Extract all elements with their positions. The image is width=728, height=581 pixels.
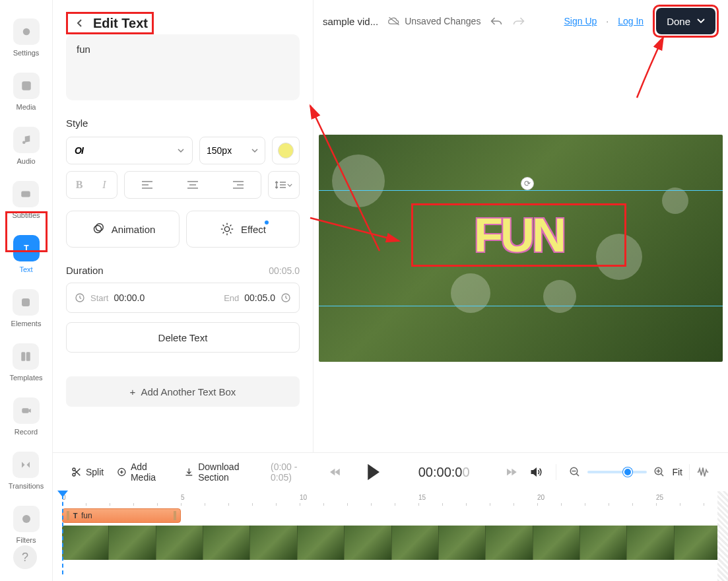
text-overlay[interactable]: FUN bbox=[411, 203, 626, 267]
sidebar-item-label: Filters bbox=[17, 536, 36, 544]
transitions-icon bbox=[13, 452, 39, 478]
done-button[interactable]: Done bbox=[656, 8, 715, 34]
font-size-select[interactable]: 150px bbox=[199, 137, 265, 164]
timeline-ruler[interactable]: 0 5 10 15 20 25 bbox=[62, 491, 728, 507]
font-family-select[interactable]: OI bbox=[66, 137, 193, 164]
undo-button[interactable] bbox=[490, 17, 503, 26]
unsaved-status: Unsaved Changes bbox=[387, 16, 480, 26]
color-swatch-icon bbox=[278, 143, 294, 158]
timeline-toolbar: Split Add Media Download Section(0:00 - … bbox=[53, 453, 728, 491]
split-button[interactable]: Split bbox=[71, 467, 104, 477]
templates-icon bbox=[13, 343, 39, 370]
animation-button[interactable]: Animation bbox=[66, 211, 180, 248]
svg-point-0 bbox=[22, 28, 30, 36]
split-label: Split bbox=[86, 467, 104, 477]
effect-button[interactable]: Effect bbox=[186, 211, 300, 248]
font-size-label: 150px bbox=[207, 145, 232, 156]
download-label: Download Section bbox=[198, 461, 267, 483]
zoom-out-button[interactable] bbox=[569, 466, 581, 478]
playhead[interactable] bbox=[62, 491, 63, 581]
text-clip[interactable]: T fun bbox=[62, 508, 181, 523]
zoom-in-button[interactable] bbox=[653, 466, 665, 478]
slider-thumb[interactable] bbox=[623, 467, 632, 477]
chevron-down-icon bbox=[697, 18, 705, 24]
sidebar-item-templates[interactable]: Templates bbox=[9, 343, 42, 382]
svg-line-47 bbox=[577, 473, 579, 476]
signup-link[interactable]: Sign Up bbox=[564, 16, 597, 26]
sidebar-item-subtitles[interactable]: Subtitles bbox=[12, 181, 40, 219]
text-icon: T bbox=[72, 512, 79, 520]
volume-button[interactable] bbox=[530, 466, 542, 478]
left-sidebar: Settings Media Audio Subtitles T Text El… bbox=[0, 0, 53, 581]
annotation-arrow bbox=[630, 32, 670, 104]
duration-total: 00:05.0 bbox=[269, 265, 300, 276]
done-label: Done bbox=[667, 16, 690, 27]
fit-button[interactable]: Fit bbox=[672, 467, 682, 477]
plus-icon: + bbox=[130, 386, 136, 397]
italic-button[interactable]: I bbox=[92, 172, 117, 198]
sidebar-item-elements[interactable]: Elements bbox=[11, 289, 42, 327]
annotation-highlight: Done bbox=[653, 5, 719, 38]
bold-italic-group: B I bbox=[66, 171, 117, 199]
back-button[interactable] bbox=[72, 15, 88, 31]
forward-button[interactable] bbox=[507, 468, 517, 476]
rotate-handle[interactable]: ⟳ bbox=[521, 177, 534, 190]
clip-handle-right[interactable] bbox=[174, 511, 176, 520]
add-text-box-button[interactable]: + Add Another Text Box bbox=[66, 376, 300, 407]
zoom-slider[interactable] bbox=[587, 471, 647, 473]
add-media-button[interactable]: Add Media bbox=[117, 461, 171, 483]
overlay-text: FUN bbox=[474, 208, 564, 262]
ruler-mark: 10 bbox=[300, 494, 307, 501]
scissors-icon bbox=[71, 467, 82, 477]
align-left-button[interactable] bbox=[125, 172, 170, 198]
add-text-label: Add Another Text Box bbox=[141, 386, 236, 397]
rewind-button[interactable] bbox=[330, 468, 340, 476]
download-section-button[interactable]: Download Section(0:00 - 0:05) bbox=[184, 461, 317, 483]
sidebar-item-filters[interactable]: Filters bbox=[13, 506, 40, 544]
sidebar-item-transitions[interactable]: Transitions bbox=[9, 452, 44, 490]
sidebar-item-record[interactable]: Record bbox=[13, 397, 40, 436]
sidebar-item-text[interactable]: T Text bbox=[13, 235, 40, 273]
waveform-button[interactable] bbox=[696, 467, 710, 477]
duration-label: Duration bbox=[66, 265, 104, 276]
sidebar-item-settings[interactable]: Settings bbox=[13, 18, 40, 57]
duration-input[interactable]: Start 00:00.0 End 00:05.0 bbox=[66, 283, 300, 313]
sidebar-item-label: Elements bbox=[11, 320, 42, 327]
download-range: (0:00 - 0:05) bbox=[271, 461, 317, 483]
align-right-button[interactable] bbox=[215, 172, 261, 198]
bold-button[interactable]: B bbox=[67, 172, 92, 198]
line-height-button[interactable] bbox=[268, 171, 300, 199]
svg-rect-3 bbox=[22, 191, 31, 197]
text-icon: T bbox=[13, 235, 40, 261]
font-name-label: OI bbox=[75, 145, 83, 156]
svg-rect-6 bbox=[22, 352, 26, 361]
text-content-input[interactable] bbox=[66, 34, 300, 100]
redo-button[interactable] bbox=[512, 17, 525, 26]
clock-icon bbox=[75, 292, 85, 303]
alignment-guide bbox=[319, 306, 723, 306]
annotation-highlight: Edit Text bbox=[66, 12, 154, 34]
text-color-button[interactable] bbox=[272, 137, 300, 164]
download-icon bbox=[184, 467, 194, 477]
video-track[interactable] bbox=[62, 526, 721, 560]
ruler-mark: 25 bbox=[656, 494, 663, 501]
login-link[interactable]: Log In bbox=[618, 16, 644, 26]
animation-icon bbox=[90, 222, 105, 236]
svg-text:T: T bbox=[24, 244, 29, 253]
alignment-guide bbox=[319, 190, 723, 191]
sidebar-item-audio[interactable]: Audio bbox=[13, 127, 40, 165]
align-center-button[interactable] bbox=[170, 172, 216, 198]
svg-rect-1 bbox=[22, 81, 31, 90]
help-icon[interactable]: ? bbox=[13, 545, 37, 569]
sidebar-item-media[interactable]: Media bbox=[13, 73, 40, 111]
play-button[interactable] bbox=[366, 463, 381, 481]
svg-rect-7 bbox=[26, 352, 30, 361]
delete-text-button[interactable]: Delete Text bbox=[66, 322, 300, 353]
clip-handle-left[interactable] bbox=[67, 511, 69, 520]
project-name[interactable]: sample vid... bbox=[323, 16, 378, 27]
video-canvas[interactable]: ⟳ FUN bbox=[319, 135, 723, 362]
timeline[interactable]: 0 5 10 15 20 25 T fun bbox=[53, 491, 728, 581]
effect-icon bbox=[220, 222, 234, 236]
svg-point-9 bbox=[22, 515, 30, 523]
subtitles-icon bbox=[13, 181, 39, 207]
